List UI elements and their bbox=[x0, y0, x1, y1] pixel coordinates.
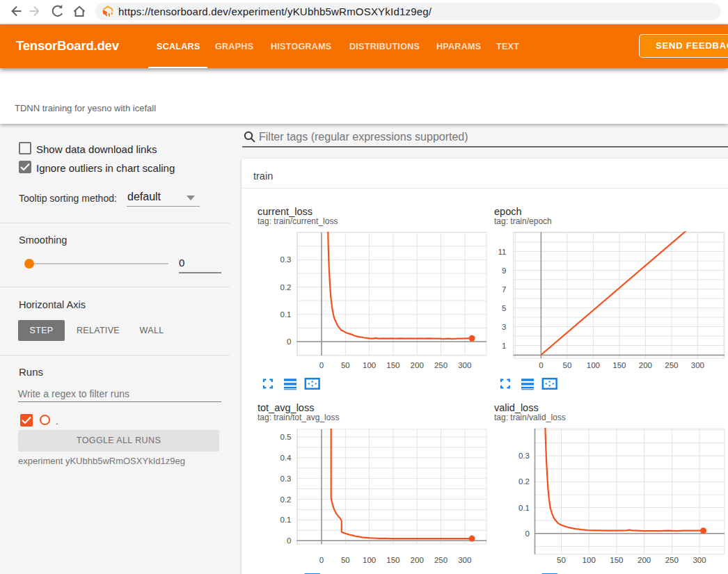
svg-text:200: 200 bbox=[639, 361, 652, 369]
svg-text:200: 200 bbox=[411, 556, 424, 564]
svg-text:7: 7 bbox=[502, 285, 506, 294]
svg-text:0: 0 bbox=[287, 337, 291, 346]
svg-text:150: 150 bbox=[610, 556, 623, 564]
svg-text:50: 50 bbox=[341, 556, 350, 564]
svg-text:0.1: 0.1 bbox=[519, 504, 530, 512]
svg-text:9: 9 bbox=[502, 266, 506, 275]
svg-text:0.3: 0.3 bbox=[280, 255, 292, 264]
svg-text:5: 5 bbox=[502, 304, 506, 312]
svg-text:100: 100 bbox=[363, 556, 376, 564]
svg-text:0.1: 0.1 bbox=[280, 516, 292, 524]
svg-text:300: 300 bbox=[691, 361, 704, 369]
svg-text:250: 250 bbox=[665, 361, 678, 369]
svg-text:0.4: 0.4 bbox=[280, 454, 292, 462]
svg-text:11: 11 bbox=[498, 248, 507, 256]
svg-text:50: 50 bbox=[341, 361, 350, 369]
svg-text:0.5: 0.5 bbox=[280, 433, 292, 441]
svg-text:0.1: 0.1 bbox=[280, 310, 292, 319]
svg-text:100: 100 bbox=[363, 361, 376, 369]
svg-text:300: 300 bbox=[458, 361, 471, 369]
svg-text:300: 300 bbox=[458, 556, 471, 564]
svg-text:150: 150 bbox=[386, 556, 399, 564]
svg-text:200: 200 bbox=[638, 556, 651, 564]
svg-text:300: 300 bbox=[693, 556, 706, 564]
svg-text:50: 50 bbox=[557, 556, 566, 564]
svg-text:150: 150 bbox=[386, 361, 399, 369]
svg-text:0.2: 0.2 bbox=[519, 477, 530, 486]
svg-text:0.2: 0.2 bbox=[280, 495, 292, 504]
svg-text:200: 200 bbox=[411, 361, 424, 369]
svg-text:250: 250 bbox=[434, 556, 448, 564]
svg-text:50: 50 bbox=[563, 361, 572, 369]
svg-text:0: 0 bbox=[525, 529, 530, 538]
svg-text:1: 1 bbox=[502, 342, 506, 350]
svg-text:3: 3 bbox=[502, 323, 506, 331]
svg-text:250: 250 bbox=[665, 556, 679, 564]
svg-text:0.2: 0.2 bbox=[280, 283, 292, 292]
svg-text:0: 0 bbox=[319, 556, 324, 564]
svg-text:0: 0 bbox=[539, 361, 543, 369]
svg-text:250: 250 bbox=[434, 361, 448, 369]
svg-text:0.3: 0.3 bbox=[280, 475, 292, 483]
svg-text:0: 0 bbox=[287, 536, 291, 545]
svg-text:0.3: 0.3 bbox=[519, 452, 530, 460]
svg-text:150: 150 bbox=[612, 361, 626, 369]
svg-text:100: 100 bbox=[587, 361, 600, 369]
svg-text:0: 0 bbox=[319, 361, 324, 369]
svg-text:100: 100 bbox=[583, 556, 596, 564]
